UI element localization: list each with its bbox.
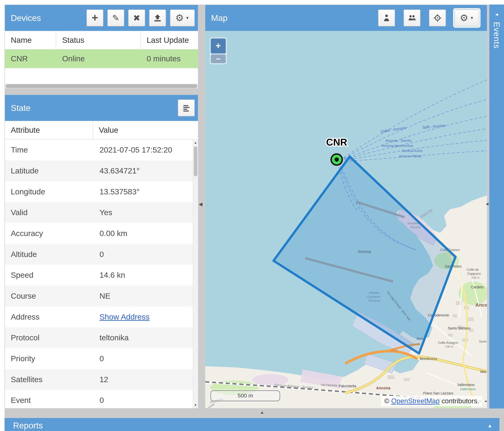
expand-reports-handle-icon[interactable]: ▲ [260, 410, 264, 414]
reports-panel-collapsed[interactable]: Reports ▲ [5, 418, 499, 431]
state-value: Show Address [93, 306, 198, 327]
state-row[interactable]: Address Show Address [5, 306, 198, 327]
state-value: 14.6 kn [93, 265, 198, 286]
remove-device-button[interactable]: ✖ [128, 9, 145, 27]
person-icon [382, 14, 391, 22]
state-attribute: Altitude [5, 244, 93, 265]
state-attribute: Latitude [5, 161, 93, 181]
state-row[interactable]: Valid Yes [5, 202, 198, 223]
state-row[interactable]: Priority 0 [5, 348, 198, 369]
state-attribute: Course [5, 286, 93, 306]
state-toolbar [178, 99, 195, 116]
map-label-ferry: Ancona-Pátras [399, 154, 422, 158]
gear-icon: ⚙ [460, 13, 468, 23]
map-panel-header: Map [205, 5, 487, 31]
state-row[interactable]: Time 2021-07-05 17:52:20 [5, 140, 198, 161]
devices-column-name[interactable]: Name [5, 31, 56, 49]
state-value: 0.00 km [93, 223, 198, 244]
state-value: 0 [93, 390, 198, 408]
zoom-out-button[interactable]: − [211, 54, 226, 63]
add-device-button[interactable]: + [87, 9, 103, 27]
locate-button[interactable] [429, 9, 446, 27]
state-row[interactable]: Course NE [5, 286, 198, 306]
device-marker[interactable] [331, 154, 342, 165]
map-label-place: Palombella [339, 384, 356, 388]
map-toolbar: ⚙ ▼ [378, 9, 479, 27]
state-row[interactable]: Protocol teltonika [5, 327, 198, 348]
upload-device-button[interactable] [149, 9, 166, 27]
collapse-west-panel-icon[interactable]: ◀ [199, 202, 203, 207]
map-label-place: Mor [480, 370, 486, 374]
state-panel: State Attribute Value [5, 95, 198, 408]
map-label-place: Anco [475, 302, 487, 308]
zoom-in-button[interactable]: + [211, 38, 226, 54]
scale-label: 500 m [238, 393, 253, 399]
collapse-events-panel-icon[interactable]: ◀ [486, 202, 489, 206]
state-row[interactable]: Satellites 12 [5, 369, 198, 390]
map-label-place: Colle Astagno [438, 341, 458, 345]
map-viewport[interactable]: Zadar - Ancona Split - Ancona Ancona - D… [205, 31, 487, 408]
scroll-up-icon[interactable]: ▲ [193, 140, 198, 145]
state-attribute: Protocol [5, 327, 93, 348]
state-row[interactable]: Latitude 43.634721° [5, 161, 198, 181]
scrollbar-thumb[interactable] [194, 146, 197, 176]
devices-settings-button[interactable]: ⚙ ▼ [170, 9, 195, 27]
crosshair-icon [433, 14, 441, 22]
map-label-place: Piano San Lazzaro [423, 391, 453, 395]
state-row[interactable]: Longitude 13.537583° [5, 181, 198, 202]
events-title: Events [492, 22, 501, 49]
state-list-button[interactable] [178, 99, 195, 116]
map-panel: Map [205, 5, 487, 409]
devices-grid-header: Name Status Last Update [5, 31, 198, 50]
show-address-link[interactable]: Show Address [99, 312, 150, 322]
events-panel-collapsed[interactable]: ◀ Events [489, 5, 504, 409]
expand-reports-icon[interactable]: ▲ [487, 423, 492, 428]
device-status: Online [56, 50, 141, 68]
device-last-update: 0 minutes [141, 50, 198, 68]
map-label-place: Colle de [467, 268, 479, 271]
edit-device-button[interactable]: ✎ [108, 9, 124, 27]
state-value: 0 [93, 244, 198, 265]
state-column-attribute[interactable]: Attribute [5, 121, 93, 139]
state-row[interactable]: Altitude 0 [5, 244, 198, 265]
devices-title: Devices [11, 13, 41, 23]
chevron-down-icon: ▼ [185, 16, 189, 20]
map-label-ferry: Ancona-Korfu [402, 149, 423, 153]
state-attribute: Speed [5, 265, 93, 286]
expand-events-icon[interactable]: ◀ [489, 12, 504, 17]
map-label-place: Vallemiano [457, 383, 475, 387]
state-panel-header: State [5, 95, 198, 121]
device-row[interactable]: CNR Online 0 minutes [5, 50, 198, 68]
map-label-place: Cappucci [467, 272, 481, 276]
marker-label: CNR [326, 137, 347, 148]
follow-device-button[interactable] [378, 9, 395, 27]
devices-column-status[interactable]: Status [56, 31, 141, 49]
state-attribute: Time [5, 140, 93, 161]
state-vertical-scrollbar[interactable]: ▲ ▼ [193, 139, 198, 408]
scroll-down-icon[interactable]: ▼ [193, 402, 198, 407]
state-attribute: Address [5, 306, 93, 327]
openstreetmap-link[interactable]: OpenStreetMap [391, 397, 440, 404]
map-label-place: ZIPA [391, 349, 398, 353]
state-value: NE [93, 286, 198, 306]
state-value: 12 [93, 369, 198, 390]
devices-panel-header: Devices + ✎ ✖ ⚙ [5, 5, 198, 31]
scrollbar-thumb[interactable] [6, 84, 197, 88]
state-row[interactable]: Accuracy 0.00 km [5, 223, 198, 244]
map-settings-button[interactable]: ⚙ ▼ [454, 9, 479, 27]
map-label-place: 106 m [471, 276, 479, 279]
show-all-devices-button[interactable] [404, 9, 421, 27]
devices-column-last-update[interactable]: Last Update [141, 31, 198, 49]
map-canvas[interactable]: Zadar - Ancona Split - Ancona Ancona - D… [205, 31, 487, 408]
state-row[interactable]: Event 0 [5, 390, 198, 408]
map-label-place: Santo [479, 340, 487, 343]
state-row[interactable]: Speed 14.6 kn [5, 265, 198, 286]
state-attribute: Priority [5, 348, 93, 369]
state-column-value[interactable]: Value [93, 121, 198, 139]
map-attribution: © OpenStreetMap contributors. [381, 396, 482, 406]
map-label-ferry: Ancona-Igoumenitsa [382, 144, 413, 148]
devices-toolbar: + ✎ ✖ ⚙ ▼ [87, 9, 195, 27]
pencil-icon: ✎ [112, 14, 119, 22]
list-icon [182, 104, 190, 112]
devices-horizontal-scrollbar[interactable] [5, 84, 198, 88]
